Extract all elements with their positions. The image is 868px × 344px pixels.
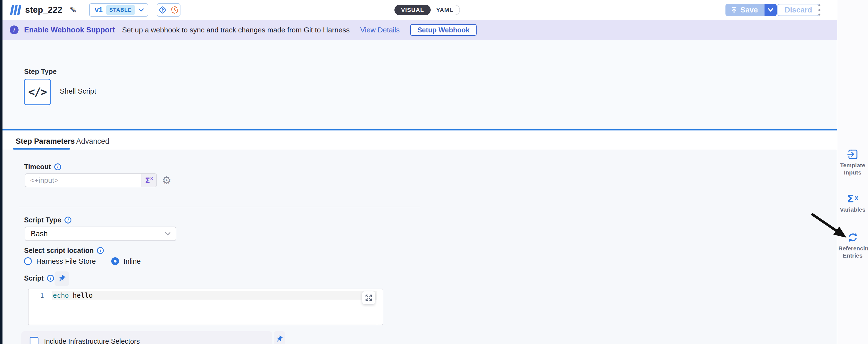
script-label: Script i bbox=[24, 274, 54, 282]
panel-item-referencing-entries[interactable]: Referencing Entries bbox=[837, 232, 868, 260]
history-timer-icon bbox=[170, 6, 179, 14]
variables-icon: Σx bbox=[837, 193, 868, 204]
panel-item-label: Template Inputs bbox=[837, 162, 868, 176]
pin-script-button[interactable] bbox=[55, 271, 69, 286]
pin-infra-selectors-button[interactable] bbox=[274, 331, 285, 344]
info-icon: i bbox=[10, 26, 19, 34]
expand-editor-button[interactable] bbox=[362, 291, 375, 304]
toggle-visual[interactable]: VISUAL bbox=[395, 5, 431, 15]
template-inputs-icon bbox=[837, 149, 868, 160]
version-dropdown[interactable]: v1 STABLE bbox=[89, 3, 148, 17]
step-parameters-form: Timeout i <+input> Σ x ⚙ Script Type i B… bbox=[2, 149, 837, 344]
radio-label[interactable]: Harness File Store bbox=[36, 257, 96, 266]
info-icon[interactable]: i bbox=[54, 164, 61, 170]
line-number: 1 bbox=[37, 292, 44, 299]
step-type-value: Shell Script bbox=[60, 87, 96, 95]
chevron-down-icon bbox=[165, 232, 171, 236]
shell-script-step-card[interactable]: </> bbox=[24, 79, 51, 105]
template-studio-page: step_222 ✎ v1 STABLE VISUAL YAML bbox=[0, 0, 868, 344]
save-split-button: Save bbox=[725, 4, 777, 16]
runtime-input-expression-button[interactable]: Σ x bbox=[141, 174, 156, 187]
banner-description: Set up a webhook to sync and track chang… bbox=[122, 26, 349, 34]
script-location-radio-group: Harness File Store Inline bbox=[24, 257, 141, 265]
webhook-banner: i Enable Webhook Support Set up a webhoo… bbox=[2, 20, 837, 40]
infra-selectors-checkbox[interactable] bbox=[30, 337, 38, 344]
pin-icon bbox=[58, 275, 66, 283]
version-label: v1 bbox=[95, 5, 103, 14]
editor-overview-ruler bbox=[377, 289, 377, 325]
setup-webhook-button[interactable]: Setup Webhook bbox=[410, 24, 476, 36]
save-button[interactable]: Save bbox=[725, 4, 764, 16]
timeout-label: Timeout i bbox=[24, 163, 61, 171]
save-button-label: Save bbox=[740, 6, 758, 15]
code-keyword: echo bbox=[53, 292, 69, 299]
toggle-yaml[interactable]: YAML bbox=[430, 7, 460, 13]
referencing-entries-icon bbox=[837, 232, 868, 242]
visual-yaml-toggle[interactable]: VISUAL YAML bbox=[395, 5, 460, 15]
timeout-value: <+input> bbox=[25, 176, 141, 185]
pin-icon bbox=[275, 335, 283, 343]
sigma-icon: Σ bbox=[145, 176, 150, 185]
code-argument: hello bbox=[73, 292, 93, 299]
step-type-section: Step Type </> Shell Script bbox=[2, 40, 837, 130]
info-icon[interactable]: i bbox=[97, 247, 104, 254]
info-icon[interactable]: i bbox=[47, 275, 54, 282]
stable-badge: STABLE bbox=[106, 5, 135, 15]
infra-selectors-label[interactable]: Include Infrastructure Selectors bbox=[44, 337, 140, 344]
section-divider bbox=[19, 207, 420, 207]
expand-arrows-icon bbox=[365, 294, 373, 302]
radio-harness-file-store[interactable] bbox=[24, 257, 32, 265]
code-line[interactable]: echohello bbox=[53, 292, 93, 299]
template-library-logo-icon bbox=[9, 4, 21, 16]
panel-item-label: Referencing Entries bbox=[837, 245, 868, 260]
view-details-link[interactable]: View Details bbox=[360, 26, 400, 34]
chevron-down-icon bbox=[768, 8, 774, 12]
info-icon[interactable]: i bbox=[64, 217, 71, 224]
script-type-select[interactable]: Bash bbox=[25, 227, 176, 241]
infra-selectors-row: Include Infrastructure Selectors bbox=[21, 331, 272, 344]
tab-step-parameters[interactable]: Step Parameters bbox=[16, 137, 75, 146]
git-cache-history-buttons[interactable] bbox=[157, 3, 181, 17]
radio-label[interactable]: Inline bbox=[123, 257, 141, 266]
edit-title-pencil-icon[interactable]: ✎ bbox=[69, 5, 77, 15]
script-location-label: Select script location i bbox=[24, 247, 104, 255]
save-options-caret[interactable] bbox=[764, 4, 777, 16]
timeout-input[interactable]: <+input> Σ x bbox=[25, 173, 157, 187]
tab-advanced[interactable]: Advanced bbox=[76, 137, 109, 146]
panel-item-label: Variables bbox=[837, 206, 868, 213]
step-type-label: Step Type bbox=[24, 67, 57, 76]
discard-button[interactable]: Discard bbox=[777, 4, 819, 16]
utility-rail: Template Inputs Σx Variables Referencing… bbox=[837, 0, 868, 344]
step-tabs: Step Parameters Advanced bbox=[2, 130, 837, 149]
current-line-highlight bbox=[52, 291, 377, 300]
input-settings-gear-icon[interactable]: ⚙ bbox=[162, 175, 171, 185]
page-header: step_222 ✎ v1 STABLE VISUAL YAML bbox=[2, 0, 837, 20]
code-slash-icon: </> bbox=[28, 86, 46, 98]
chevron-down-icon bbox=[138, 8, 144, 11]
panel-item-template-inputs[interactable]: Template Inputs bbox=[837, 149, 868, 176]
panel-item-variables[interactable]: Σx Variables bbox=[837, 193, 868, 213]
collapsed-left-nav bbox=[0, 0, 2, 344]
more-options-kebab[interactable] bbox=[817, 4, 821, 16]
script-code-editor[interactable]: 1 echohello bbox=[28, 289, 383, 325]
banner-title: Enable Webhook Support bbox=[24, 26, 115, 34]
radio-inline[interactable] bbox=[111, 257, 119, 265]
script-type-label: Script Type i bbox=[24, 216, 71, 224]
git-sync-diamond-icon bbox=[158, 5, 167, 15]
page-title: step_222 bbox=[25, 5, 62, 15]
script-type-value: Bash bbox=[31, 230, 48, 238]
upload-arrow-icon bbox=[731, 6, 738, 13]
